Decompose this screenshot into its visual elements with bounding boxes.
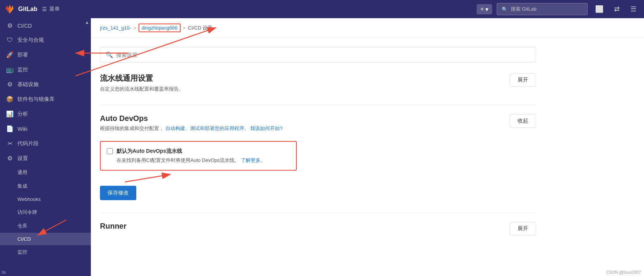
breadcrumb-sep2: > xyxy=(183,25,186,31)
autodevops-section-header: Auto DevOps 根据持续的集成和交付配置， 自动构建、测试和部署您的应用… xyxy=(100,114,536,132)
bottom-hint-text: Its xyxy=(2,270,6,274)
breadcrumb-sep1: > xyxy=(133,25,136,31)
sidebar-sub-monitor[interactable]: 监控 xyxy=(0,245,91,259)
sidebar-sub-general[interactable]: 通用 xyxy=(0,166,91,179)
footer-text: CSDN @lisus2007 xyxy=(606,270,641,274)
sidebar-sub-cicd[interactable]: CI/CD xyxy=(0,233,91,245)
pipeline-section-desc: 自定义您的流水线配置和覆盖率报告。 xyxy=(100,86,184,93)
navbar: GitLab ☰ 菜单 + ▾ 🔍 搜索 GitLab ⬜ ⇄ ☰ xyxy=(0,0,644,18)
save-button[interactable]: 保存修改 xyxy=(100,186,136,200)
autodevops-learn-more-link[interactable]: 了解更多。 xyxy=(241,157,265,163)
autodevops-link1[interactable]: 自动构建、测试和部署您的应用程序。 xyxy=(165,125,249,131)
search-icon: 🔍 xyxy=(502,6,508,12)
sidebar-item-analytics[interactable]: 📊 分析 xyxy=(0,107,91,121)
runner-section-header: Runner 展开 xyxy=(100,222,536,235)
sidebar: ▲ ⚙ CI/CD 🛡 安全与合规 🚀 部署 📺 监控 ⚙ 基础设施 📦 软件包… xyxy=(0,18,91,276)
runner-expand-button[interactable]: 展开 xyxy=(510,222,536,235)
packages-icon: 📦 xyxy=(6,96,14,103)
plus-chevron: ▾ xyxy=(485,6,488,13)
breadcrumb-current-page: CI/CD 设置 xyxy=(188,25,212,31)
sidebar-sub-webhooks[interactable]: Webhooks xyxy=(0,193,91,205)
main-content: jrzs_141_g10- > dingzhiqiang666 > CI/CD … xyxy=(91,18,644,276)
sidebar-item-label: 基础设施 xyxy=(17,81,39,88)
gitlab-logo: GitLab xyxy=(5,4,37,14)
autodevops-checkbox-desc: 在未找到备用CI配置文件时将使用Auto DevOps流水线。 了解更多。 xyxy=(107,157,290,164)
sidebar-item-wiki[interactable]: 📄 Wiki xyxy=(0,121,91,136)
user-icon-button[interactable]: ☰ xyxy=(627,3,639,15)
menu-label: 菜单 xyxy=(49,6,60,13)
sidebar-sub-integrations[interactable]: 集成 xyxy=(0,179,91,193)
autodevops-checkbox-label: 默认为Auto DevOps流水线 xyxy=(117,148,182,155)
shield-icon: 🛡 xyxy=(6,37,14,44)
search-bar[interactable]: 🔍 搜索 GitLab xyxy=(497,3,588,15)
gitlab-fox-icon xyxy=(5,4,15,14)
section-divider-2 xyxy=(100,212,536,213)
autodevops-desc-text: 在未找到备用CI配置文件时将使用Auto DevOps流水线。 xyxy=(117,157,239,163)
sidebar-item-label: 部署 xyxy=(17,52,28,58)
runner-section-title: Runner xyxy=(100,222,126,231)
sidebar-item-label: 软件包与镜像库 xyxy=(17,96,55,103)
content-area: 🔍 流水线通用设置 自定义您的流水线配置和覆盖率报告。 展开 xyxy=(91,38,545,248)
plus-icon: + xyxy=(480,6,484,13)
pipeline-section-title: 流水线通用设置 xyxy=(100,73,184,83)
sidebar-sub-repository[interactable]: 仓库 xyxy=(0,219,91,233)
pipeline-expand-button[interactable]: 展开 xyxy=(510,73,536,87)
snippets-icon: ✂ xyxy=(6,140,14,147)
monitor-icon: 📺 xyxy=(6,66,14,73)
autodevops-section: Auto DevOps 根据持续的集成和交付配置， 自动构建、测试和部署您的应用… xyxy=(100,114,536,200)
wiki-icon: 📄 xyxy=(6,125,14,132)
sidebar-item-packages[interactable]: 📦 软件包与镜像库 xyxy=(0,92,91,107)
gitlab-text: GitLab xyxy=(18,6,37,13)
deploy-icon: 🚀 xyxy=(6,51,14,58)
autodevops-checkbox-row: 默认为Auto DevOps流水线 xyxy=(107,148,290,155)
pipeline-section-info: 流水线通用设置 自定义您的流水线配置和覆盖率报告。 xyxy=(100,73,184,93)
search-placeholder-text: 搜索 GitLab xyxy=(511,6,536,13)
merge-icon-button[interactable]: ⇄ xyxy=(611,3,623,15)
sidebar-item-snippets[interactable]: ✂ 代码片段 xyxy=(0,136,91,151)
bottom-hint: Its xyxy=(2,270,6,274)
settings-icon: ⚙ xyxy=(6,155,14,162)
sidebar-item-infra[interactable]: ⚙ 基础设施 xyxy=(0,77,91,92)
new-item-button[interactable]: + ▾ xyxy=(477,4,492,14)
autodevops-section-title: Auto DevOps xyxy=(100,114,282,123)
analytics-icon: 📊 xyxy=(6,110,14,118)
autodevops-section-desc: 根据持续的集成和交付配置， 自动构建、测试和部署您的应用程序。 我该如何开始? xyxy=(100,125,282,132)
sidebar-item-label: CI/CD xyxy=(17,23,32,29)
sidebar-sub-access-tokens[interactable]: 访问令牌 xyxy=(0,205,91,219)
sidebar-item-settings[interactable]: ⚙ 设置 xyxy=(0,151,91,166)
infra-icon: ⚙ xyxy=(6,81,14,88)
pipeline-section: 流水线通用设置 自定义您的流水线配置和覆盖率报告。 展开 xyxy=(100,73,536,93)
breadcrumb-namespace[interactable]: dingzhiqiang666 xyxy=(139,24,181,32)
autodevops-collapse-button[interactable]: 收起 xyxy=(510,114,536,128)
autodevops-checkbox-section: 默认为Auto DevOps流水线 在未找到备用CI配置文件时将使用Auto D… xyxy=(100,141,297,171)
cicd-icon: ⚙ xyxy=(6,22,14,29)
sidebar-item-label: 安全与合规 xyxy=(17,37,44,44)
sidebar-item-monitor[interactable]: 📺 监控 xyxy=(0,62,91,77)
search-icon: 🔍 xyxy=(106,51,113,58)
autodevops-section-info: Auto DevOps 根据持续的集成和交付配置， 自动构建、测试和部署您的应用… xyxy=(100,114,282,132)
scroll-top-button[interactable]: ▲ xyxy=(83,18,91,27)
sidebar-item-label: 分析 xyxy=(17,111,28,118)
sidebar-item-deploy[interactable]: 🚀 部署 xyxy=(0,47,91,62)
settings-search-container[interactable]: 🔍 xyxy=(100,47,536,63)
autodevops-checkbox[interactable] xyxy=(107,148,113,154)
settings-search-input[interactable] xyxy=(116,52,530,58)
hamburger-icon: ☰ xyxy=(42,6,47,12)
menu-button[interactable]: ☰ 菜单 xyxy=(42,6,60,13)
sidebar-item-security[interactable]: 🛡 安全与合规 xyxy=(0,33,91,47)
sidebar-item-label: 代码片段 xyxy=(17,140,39,147)
breadcrumb: jrzs_141_g10- > dingzhiqiang666 > CI/CD … xyxy=(91,18,644,38)
runner-section: Runner 展开 xyxy=(100,222,536,235)
sidebar-item-label: 监控 xyxy=(17,66,28,73)
autodevops-desc-before: 根据持续的集成和交付配置， xyxy=(100,125,164,131)
footer-hint: CSDN @lisus2007 xyxy=(606,270,641,274)
viewport-icon-button[interactable]: ⬜ xyxy=(592,3,607,15)
breadcrumb-project[interactable]: jrzs_141_g10- xyxy=(100,25,131,31)
sidebar-item-label: 设置 xyxy=(17,155,28,162)
sidebar-item-label: Wiki xyxy=(17,126,27,132)
pipeline-section-header: 流水线通用设置 自定义您的流水线配置和覆盖率报告。 展开 xyxy=(100,73,536,93)
section-divider-1 xyxy=(100,105,536,105)
autodevops-link2[interactable]: 我该如何开始? xyxy=(250,125,282,131)
sidebar-item-cicd-top[interactable]: ⚙ CI/CD xyxy=(0,18,91,33)
